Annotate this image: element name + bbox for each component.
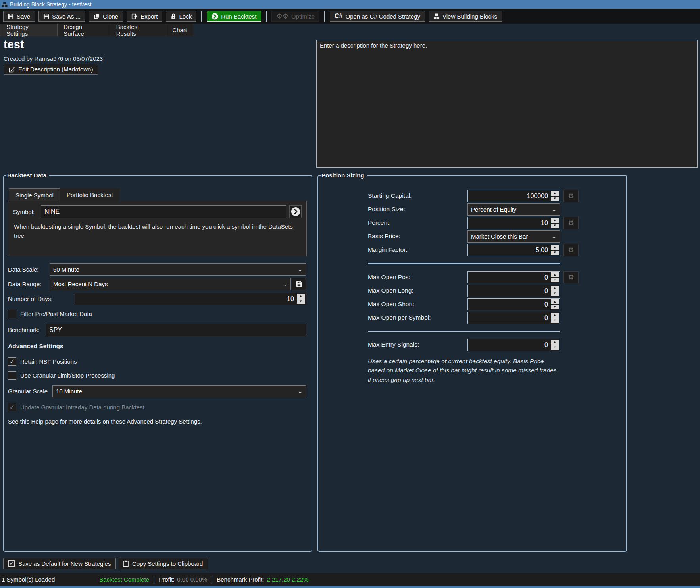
backtest-status-text: Backtest Complete <box>99 576 149 583</box>
spinner-up-button[interactable]: ▲ <box>551 245 559 250</box>
spinner-up-button[interactable]: ▲ <box>551 191 559 196</box>
max-open-per-symbol-label: Max Open per Symbol: <box>368 314 431 321</box>
max-open-pos-stepper[interactable]: ▲▼ <box>467 271 560 283</box>
starting-capital-input[interactable] <box>468 190 550 202</box>
strategy-description-input[interactable]: Enter a description for the Strategy her… <box>316 40 698 168</box>
profit-label: Profit: <box>159 576 174 583</box>
spinner-down-button[interactable]: ▼ <box>551 318 559 323</box>
open-csharp-button[interactable]: C# Open as C# Coded Strategy <box>330 11 425 22</box>
tab-single-symbol[interactable]: Single Symbol <box>9 188 60 201</box>
help-page-link[interactable]: Help page <box>31 418 58 425</box>
export-icon <box>131 13 138 19</box>
spinner-up-button[interactable]: ▲ <box>551 218 559 223</box>
max-open-short-input[interactable] <box>468 299 550 310</box>
save-button[interactable]: Save <box>3 11 35 22</box>
margin-factor-optimize-button[interactable]: ⚙ <box>563 244 579 256</box>
max-open-per-symbol-stepper[interactable]: ▲▼ <box>467 312 560 324</box>
percent-stepper[interactable]: ▲▼ <box>467 217 560 229</box>
clone-icon <box>94 13 100 19</box>
lock-button[interactable]: Lock <box>166 11 196 22</box>
main-toolbar: Save Save As ... Clone Export Lock Run B… <box>0 9 700 24</box>
optimize-gears-icon: ⚙⚙ <box>276 13 288 20</box>
data-scale-dropdown[interactable]: 60 Minute ⌄ <box>50 263 306 276</box>
run-icon <box>212 13 218 20</box>
update-granular-checkbox: ✓ <box>8 403 16 411</box>
spinner-down-button[interactable]: ▼ <box>551 224 559 228</box>
export-button[interactable]: Export <box>127 11 162 22</box>
spinner-down-button[interactable]: ▼ <box>551 251 559 255</box>
spinner-down-button[interactable]: ▼ <box>551 345 559 350</box>
symbol-go-button[interactable] <box>289 205 302 218</box>
max-entry-signals-stepper[interactable]: ▲▼ <box>467 339 560 351</box>
basis-price-label: Basis Price: <box>368 233 400 240</box>
starting-capital-stepper[interactable]: ▲▼ <box>467 190 560 202</box>
filter-prepost-checkbox[interactable] <box>8 310 16 318</box>
spinner-up-button[interactable]: ▲ <box>551 340 559 345</box>
max-open-long-row: Max Open Long: ▲▼ <box>318 285 626 297</box>
max-entry-signals-input[interactable] <box>468 339 550 351</box>
run-backtest-button[interactable]: Run Backtest <box>207 11 261 22</box>
clone-button[interactable]: Clone <box>89 11 123 22</box>
spinner-up-button[interactable]: ▲ <box>551 286 559 291</box>
starting-capital-row: Starting Capital: ▲▼ ⚙ <box>318 190 626 202</box>
granular-scale-dropdown[interactable]: 10 Minute ⌄ <box>52 385 306 397</box>
max-open-pos-input[interactable] <box>468 272 550 283</box>
tab-design-surface[interactable]: Design Surface <box>58 24 110 36</box>
granular-processing-checkbox-row[interactable]: Use Granular Limit/Stop Processing <box>8 371 115 380</box>
spinner-down-button[interactable]: ▼ <box>551 291 559 296</box>
max-open-long-label: Max Open Long: <box>368 287 413 294</box>
number-of-days-stepper[interactable]: ▲ ▼ <box>75 293 306 305</box>
edit-description-button[interactable]: Edit Description (Markdown) <box>4 64 98 75</box>
spinner-up-button[interactable]: ▲ <box>551 272 559 277</box>
spinner-down-button[interactable]: ▼ <box>297 299 305 304</box>
datasets-link[interactable]: DataSets <box>268 223 293 230</box>
symbol-input[interactable] <box>41 205 286 218</box>
benchmark-input[interactable] <box>46 324 306 336</box>
filter-prepost-checkbox-row[interactable]: Filter Pre/Post Market Data <box>8 310 92 318</box>
margin-factor-input[interactable] <box>468 244 550 256</box>
tab-strategy-settings[interactable]: Strategy Settings <box>0 24 58 36</box>
granular-processing-checkbox[interactable] <box>8 371 16 380</box>
save-data-range-button[interactable] <box>292 278 306 290</box>
basis-price-dropdown[interactable]: Market Close this Bar ⌄ <box>467 230 560 243</box>
max-open-per-symbol-input[interactable] <box>468 312 550 324</box>
status-separator <box>212 576 212 584</box>
margin-factor-stepper[interactable]: ▲▼ <box>467 244 560 256</box>
save-default-button[interactable]: ✓ Save as Default for New Strategies <box>3 558 116 569</box>
spinner-up-button[interactable]: ▲ <box>551 313 559 318</box>
section-divider <box>368 263 560 264</box>
spinner-up-button[interactable]: ▲ <box>551 299 559 304</box>
spinner-down-button[interactable]: ▼ <box>551 278 559 283</box>
gears-icon: ⚙ <box>568 192 574 200</box>
status-separator <box>154 576 154 584</box>
retain-nsf-checkbox[interactable]: ✓ <box>8 357 16 366</box>
percent-optimize-button[interactable]: ⚙ <box>563 217 579 229</box>
max-open-long-stepper[interactable]: ▲▼ <box>467 285 560 297</box>
spinner-down-button[interactable]: ▼ <box>551 305 559 310</box>
number-of-days-input[interactable] <box>75 293 296 305</box>
optimize-button[interactable]: ⚙⚙ Optimize <box>271 11 319 22</box>
position-size-dropdown[interactable]: Percent of Equity ⌄ <box>467 203 560 216</box>
retain-nsf-checkbox-row[interactable]: ✓ Retain NSF Positions <box>8 357 77 366</box>
data-scale-label: Data Scale: <box>8 266 39 273</box>
tab-portfolio-backtest[interactable]: Portfolio Backtest <box>60 188 119 201</box>
save-as-button[interactable]: Save As ... <box>38 11 85 22</box>
lock-icon <box>171 13 176 19</box>
advanced-settings-heading: Advanced Settings <box>8 343 63 350</box>
basis-price-row: Basis Price: Market Close this Bar ⌄ <box>318 230 626 243</box>
spinner-down-button[interactable]: ▼ <box>551 197 559 201</box>
starting-capital-optimize-button[interactable]: ⚙ <box>563 190 579 202</box>
view-building-blocks-button[interactable]: View Building Blocks <box>429 11 502 22</box>
max-open-short-stepper[interactable]: ▲▼ <box>467 298 560 310</box>
tab-backtest-results[interactable]: Backtest Results <box>110 24 167 36</box>
benchmark-profit-label: Benchmark Profit: <box>217 576 264 583</box>
data-range-dropdown[interactable]: Most Recent N Days ⌄ <box>50 278 291 290</box>
max-open-long-input[interactable] <box>468 285 550 297</box>
chevron-down-icon: ⌄ <box>551 206 557 212</box>
copy-settings-button[interactable]: Copy Settings to Clipboard <box>118 558 208 569</box>
max-open-pos-optimize-button[interactable]: ⚙ <box>563 271 579 283</box>
spinner-up-button[interactable]: ▲ <box>297 294 305 299</box>
percent-input[interactable] <box>468 217 550 229</box>
tab-chart[interactable]: Chart <box>166 24 193 36</box>
single-symbol-hint: When backtesting a single Symbol, the ba… <box>8 220 306 243</box>
